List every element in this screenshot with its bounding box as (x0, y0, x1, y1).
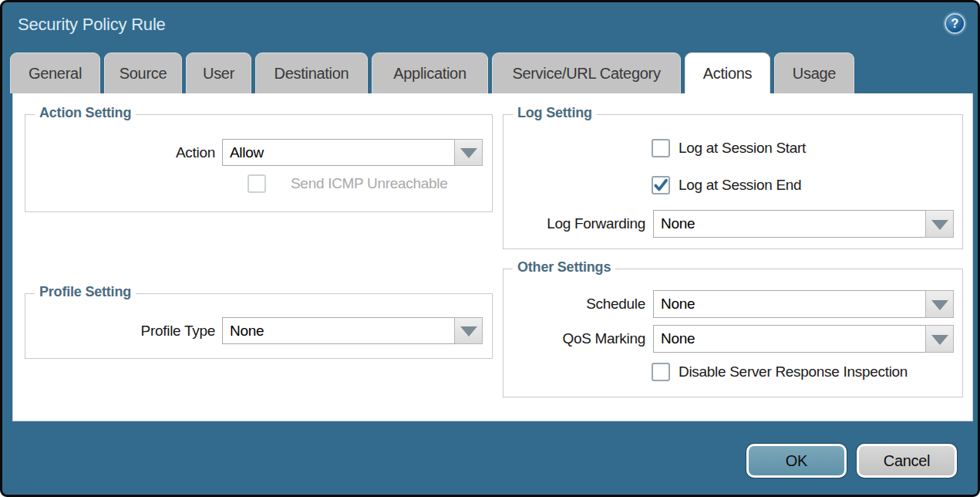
tab-bar: General Source User Destination Applicat… (10, 52, 854, 93)
log-setting-legend: Log Setting (513, 105, 597, 121)
ok-button[interactable]: OK (746, 444, 847, 478)
tab-service-url-category[interactable]: Service/URL Category (492, 52, 681, 93)
actions-tab-panel: Action Setting Action Allow Send ICMP Un… (12, 93, 973, 421)
tab-usage[interactable]: Usage (774, 52, 854, 93)
log-forwarding-dropdown-value[interactable]: None (653, 210, 926, 238)
log-forwarding-label: Log Forwarding (503, 210, 645, 238)
tab-source[interactable]: Source (104, 52, 182, 93)
action-setting-group: Action Setting Action Allow Send ICMP Un… (25, 114, 493, 212)
chevron-down-icon (931, 335, 948, 345)
dialog-title: Security Policy Rule (18, 15, 166, 35)
tab-actions[interactable]: Actions (685, 52, 770, 93)
schedule-dropdown-value[interactable]: None (653, 290, 926, 318)
tab-user[interactable]: User (186, 52, 251, 93)
action-label: Action (25, 139, 215, 166)
tab-general[interactable]: General (10, 52, 100, 93)
qos-marking-dropdown-button[interactable] (925, 325, 954, 353)
dsri-label: Disable Server Response Inspection (679, 363, 908, 381)
chevron-down-icon (460, 148, 477, 158)
schedule-dropdown-button[interactable] (925, 290, 954, 318)
chevron-down-icon (460, 326, 477, 336)
chevron-down-icon (931, 220, 948, 230)
log-forwarding-dropdown-button[interactable] (925, 210, 954, 238)
send-icmp-checkbox (248, 174, 266, 193)
chevron-down-icon (931, 300, 948, 310)
other-settings-legend: Other Settings (513, 259, 615, 276)
log-session-end-checkbox[interactable] (652, 176, 670, 194)
log-session-end-label: Log at Session End (679, 176, 801, 194)
profile-type-dropdown-button[interactable] (454, 317, 483, 344)
log-session-start-checkbox[interactable] (652, 139, 670, 157)
cancel-button[interactable]: Cancel (857, 444, 957, 478)
action-dropdown-value[interactable]: Allow (222, 139, 455, 166)
profile-type-label: Profile Type (25, 317, 215, 344)
log-session-start-label: Log at Session Start (679, 139, 806, 157)
check-icon (653, 177, 668, 194)
qos-marking-dropdown-value[interactable]: None (653, 325, 926, 353)
tab-destination[interactable]: Destination (255, 52, 368, 93)
other-settings-group: Other Settings Schedule None QoS Marking… (503, 269, 963, 397)
log-setting-group: Log Setting Log at Session Start Log at … (503, 114, 963, 249)
tab-application[interactable]: Application (372, 52, 488, 93)
dsri-checkbox[interactable] (652, 363, 670, 381)
security-policy-rule-dialog: Security Policy Rule ? General Source Us… (0, 0, 980, 497)
help-icon[interactable]: ? (945, 13, 965, 34)
profile-setting-legend: Profile Setting (35, 284, 136, 300)
schedule-label: Schedule (503, 290, 645, 318)
action-setting-legend: Action Setting (35, 105, 136, 121)
action-dropdown-button[interactable] (454, 139, 483, 166)
qos-marking-label: QoS Marking (503, 325, 645, 353)
screen: Security Policy Rule ? General Source Us… (0, 0, 980, 497)
profile-type-dropdown-value[interactable]: None (222, 317, 455, 344)
profile-setting-group: Profile Setting Profile Type None (25, 293, 493, 359)
send-icmp-label: Send ICMP Unreachable (291, 174, 448, 193)
